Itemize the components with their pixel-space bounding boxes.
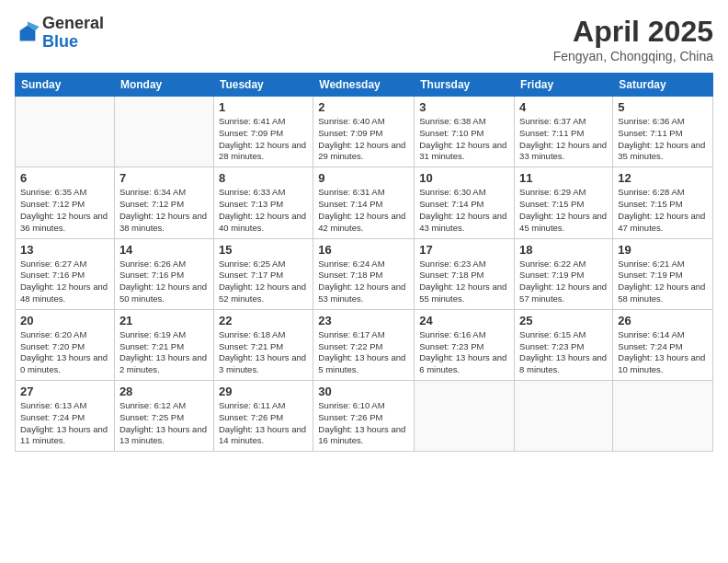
day-number: 19 — [618, 243, 708, 257]
day-info: Sunrise: 6:40 AM Sunset: 7:09 PM Dayligh… — [318, 116, 409, 163]
day-info: Sunrise: 6:17 AM Sunset: 7:22 PM Dayligh… — [318, 329, 409, 376]
title-block: April 2025 Fengyan, Chongqing, China — [553, 15, 713, 63]
calendar-cell: 16Sunrise: 6:24 AM Sunset: 7:18 PM Dayli… — [313, 238, 415, 309]
day-number: 9 — [318, 171, 409, 185]
day-info: Sunrise: 6:26 AM Sunset: 7:16 PM Dayligh… — [119, 259, 209, 305]
day-info: Sunrise: 6:22 AM Sunset: 7:19 PM Dayligh… — [519, 259, 608, 305]
header-monday: Monday — [114, 74, 213, 97]
day-info: Sunrise: 6:30 AM Sunset: 7:14 PM Dayligh… — [419, 187, 509, 234]
calendar-cell: 28Sunrise: 6:12 AM Sunset: 7:25 PM Dayli… — [114, 381, 213, 452]
day-number: 5 — [618, 100, 708, 114]
calendar-cell: 6Sunrise: 6:35 AM Sunset: 7:12 PM Daylig… — [16, 167, 115, 238]
calendar-cell: 12Sunrise: 6:28 AM Sunset: 7:15 PM Dayli… — [613, 167, 713, 238]
header-tuesday: Tuesday — [213, 74, 313, 97]
calendar-week-2: 6Sunrise: 6:35 AM Sunset: 7:12 PM Daylig… — [16, 167, 713, 238]
day-info: Sunrise: 6:29 AM Sunset: 7:15 PM Dayligh… — [519, 187, 608, 234]
header-sunday: Sunday — [16, 74, 115, 97]
day-info: Sunrise: 6:11 AM Sunset: 7:26 PM Dayligh… — [219, 400, 308, 447]
day-info: Sunrise: 6:37 AM Sunset: 7:11 PM Dayligh… — [519, 116, 608, 163]
calendar-cell — [415, 381, 515, 452]
calendar-cell: 9Sunrise: 6:31 AM Sunset: 7:14 PM Daylig… — [313, 167, 415, 238]
day-info: Sunrise: 6:23 AM Sunset: 7:18 PM Dayligh… — [419, 259, 509, 305]
header-thursday: Thursday — [415, 74, 515, 97]
day-info: Sunrise: 6:35 AM Sunset: 7:12 PM Dayligh… — [20, 187, 109, 234]
day-number: 29 — [219, 385, 308, 398]
calendar-cell: 7Sunrise: 6:34 AM Sunset: 7:12 PM Daylig… — [114, 167, 213, 238]
calendar-cell: 18Sunrise: 6:22 AM Sunset: 7:19 PM Dayli… — [515, 238, 613, 309]
day-info: Sunrise: 6:24 AM Sunset: 7:18 PM Dayligh… — [318, 259, 409, 305]
header-saturday: Saturday — [613, 74, 713, 97]
logo-blue-text: Blue — [42, 33, 104, 52]
day-number: 7 — [119, 171, 209, 185]
day-number: 2 — [318, 100, 409, 114]
day-info: Sunrise: 6:10 AM Sunset: 7:26 PM Dayligh… — [318, 400, 409, 447]
day-info: Sunrise: 6:13 AM Sunset: 7:24 PM Dayligh… — [20, 400, 109, 447]
logo-general-text: General — [42, 15, 104, 33]
day-number: 20 — [20, 314, 109, 327]
day-number: 21 — [119, 314, 209, 327]
day-info: Sunrise: 6:38 AM Sunset: 7:10 PM Dayligh… — [419, 116, 509, 163]
day-number: 12 — [618, 171, 708, 185]
calendar-cell: 19Sunrise: 6:21 AM Sunset: 7:19 PM Dayli… — [613, 238, 713, 309]
calendar-week-5: 27Sunrise: 6:13 AM Sunset: 7:24 PM Dayli… — [16, 381, 713, 452]
page: General Blue April 2025 Fengyan, Chongqi… — [0, 0, 728, 563]
day-number: 27 — [20, 385, 109, 398]
day-info: Sunrise: 6:28 AM Sunset: 7:15 PM Dayligh… — [618, 187, 708, 234]
calendar-cell: 5Sunrise: 6:36 AM Sunset: 7:11 PM Daylig… — [613, 97, 713, 167]
calendar-cell: 29Sunrise: 6:11 AM Sunset: 7:26 PM Dayli… — [213, 381, 313, 452]
day-info: Sunrise: 6:31 AM Sunset: 7:14 PM Dayligh… — [318, 187, 409, 234]
calendar-cell: 2Sunrise: 6:40 AM Sunset: 7:09 PM Daylig… — [313, 97, 415, 167]
day-info: Sunrise: 6:20 AM Sunset: 7:20 PM Dayligh… — [20, 329, 109, 376]
day-info: Sunrise: 6:34 AM Sunset: 7:12 PM Dayligh… — [119, 187, 209, 234]
location-subtitle: Fengyan, Chongqing, China — [553, 49, 713, 63]
day-number: 30 — [318, 385, 409, 398]
calendar-cell: 23Sunrise: 6:17 AM Sunset: 7:22 PM Dayli… — [313, 309, 415, 380]
day-number: 11 — [519, 171, 608, 185]
day-info: Sunrise: 6:21 AM Sunset: 7:19 PM Dayligh… — [618, 259, 708, 305]
calendar-cell: 11Sunrise: 6:29 AM Sunset: 7:15 PM Dayli… — [515, 167, 613, 238]
day-number: 24 — [419, 314, 509, 327]
calendar-cell: 24Sunrise: 6:16 AM Sunset: 7:23 PM Dayli… — [415, 309, 515, 380]
logo-icon — [15, 20, 40, 46]
day-number: 26 — [618, 314, 708, 327]
day-info: Sunrise: 6:19 AM Sunset: 7:21 PM Dayligh… — [119, 329, 209, 376]
header-wednesday: Wednesday — [313, 74, 415, 97]
calendar-cell: 8Sunrise: 6:33 AM Sunset: 7:13 PM Daylig… — [213, 167, 313, 238]
calendar-week-4: 20Sunrise: 6:20 AM Sunset: 7:20 PM Dayli… — [16, 309, 713, 380]
day-info: Sunrise: 6:15 AM Sunset: 7:23 PM Dayligh… — [519, 329, 608, 376]
calendar-cell: 15Sunrise: 6:25 AM Sunset: 7:17 PM Dayli… — [213, 238, 313, 309]
day-number: 23 — [318, 314, 409, 327]
calendar-cell — [613, 381, 713, 452]
day-number: 3 — [419, 100, 509, 114]
day-number: 25 — [519, 314, 608, 327]
calendar-cell: 17Sunrise: 6:23 AM Sunset: 7:18 PM Dayli… — [415, 238, 515, 309]
day-number: 13 — [20, 243, 109, 257]
calendar-week-3: 13Sunrise: 6:27 AM Sunset: 7:16 PM Dayli… — [16, 238, 713, 309]
day-number: 4 — [519, 100, 608, 114]
calendar-cell: 3Sunrise: 6:38 AM Sunset: 7:10 PM Daylig… — [415, 97, 515, 167]
day-number: 18 — [519, 243, 608, 257]
calendar-cell: 1Sunrise: 6:41 AM Sunset: 7:09 PM Daylig… — [213, 97, 313, 167]
calendar-cell: 4Sunrise: 6:37 AM Sunset: 7:11 PM Daylig… — [515, 97, 613, 167]
day-number: 17 — [419, 243, 509, 257]
day-number: 15 — [219, 243, 308, 257]
calendar-cell — [515, 381, 613, 452]
calendar-cell: 26Sunrise: 6:14 AM Sunset: 7:24 PM Dayli… — [613, 309, 713, 380]
calendar-cell: 27Sunrise: 6:13 AM Sunset: 7:24 PM Dayli… — [16, 381, 115, 452]
day-number: 1 — [219, 100, 308, 114]
header: General Blue April 2025 Fengyan, Chongqi… — [15, 15, 713, 63]
day-number: 14 — [119, 243, 209, 257]
day-info: Sunrise: 6:12 AM Sunset: 7:25 PM Dayligh… — [119, 400, 209, 447]
calendar-week-1: 1Sunrise: 6:41 AM Sunset: 7:09 PM Daylig… — [16, 97, 713, 167]
day-number: 28 — [119, 385, 209, 398]
day-info: Sunrise: 6:14 AM Sunset: 7:24 PM Dayligh… — [618, 329, 708, 376]
calendar-table: Sunday Monday Tuesday Wednesday Thursday… — [15, 73, 713, 452]
calendar-cell: 13Sunrise: 6:27 AM Sunset: 7:16 PM Dayli… — [16, 238, 115, 309]
day-number: 6 — [20, 171, 109, 185]
day-number: 10 — [419, 171, 509, 185]
calendar-cell: 25Sunrise: 6:15 AM Sunset: 7:23 PM Dayli… — [515, 309, 613, 380]
days-header-row: Sunday Monday Tuesday Wednesday Thursday… — [16, 74, 713, 97]
day-info: Sunrise: 6:25 AM Sunset: 7:17 PM Dayligh… — [219, 259, 308, 305]
calendar-cell: 10Sunrise: 6:30 AM Sunset: 7:14 PM Dayli… — [415, 167, 515, 238]
day-info: Sunrise: 6:18 AM Sunset: 7:21 PM Dayligh… — [219, 329, 308, 376]
